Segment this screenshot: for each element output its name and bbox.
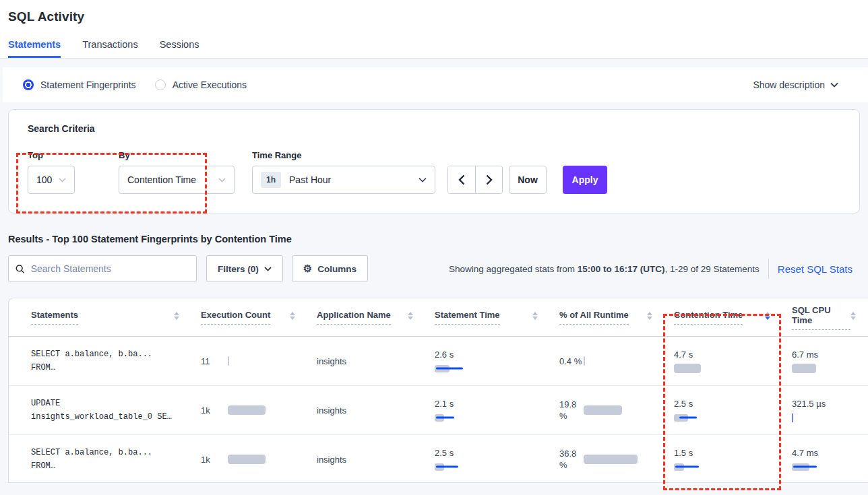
col-header-contention_time[interactable]: Contention Time [664, 310, 782, 325]
col-header-label: Statements [31, 310, 78, 325]
execution-count-cell: 1k [191, 405, 307, 416]
sort-icon[interactable] [850, 312, 856, 320]
sort-icon[interactable] [532, 312, 538, 320]
search-criteria-heading: Search Criteria [28, 123, 840, 134]
bar-chart [435, 462, 550, 472]
col-header-statement_time[interactable]: Statement Time [425, 310, 550, 325]
sql-cpu-time-cell: 321.5 µs [782, 398, 868, 423]
show-description-label: Show description [753, 79, 825, 90]
chevron-down-icon [418, 177, 427, 183]
reset-sql-stats-link[interactable]: Reset SQL Stats [778, 263, 860, 275]
execution-count-cell: 1k [191, 455, 307, 465]
statements-table: StatementsExecution CountApplication Nam… [8, 298, 868, 483]
sort-icon[interactable] [174, 312, 179, 320]
col-header-execution_count[interactable]: Execution Count [191, 310, 307, 325]
col-header-pct_runtime[interactable]: % of All Runtime [550, 310, 664, 325]
now-button[interactable]: Now [509, 166, 547, 194]
application-name-cell: insights [307, 356, 425, 366]
bar-chart [435, 364, 550, 374]
bar-chart [228, 405, 266, 416]
time-range-select[interactable]: 1h Past Hour [252, 166, 435, 194]
tab-transactions[interactable]: Transactions [82, 39, 137, 58]
statement-fingerprint-link[interactable]: UPDATEinsights_workload_table_0 SE… [9, 397, 191, 424]
radio-option-label: Statement Fingerprints [40, 79, 136, 90]
next-time-button[interactable] [475, 166, 502, 193]
results-toolbar: Filters (0) ⚙ Columns Showing aggregated… [8, 255, 860, 282]
filters-button[interactable]: Filters (0) [206, 255, 283, 282]
aggregated-stats-text: Showing aggregated stats from 15:00 to 1… [449, 264, 760, 274]
chevron-down-icon [218, 178, 226, 183]
table-row: SELECT a.balance, b.ba...FROM…11insights… [9, 337, 868, 386]
page-title: SQL Activity [8, 9, 868, 24]
sort-icon[interactable] [408, 312, 413, 320]
top-select[interactable]: 100 [28, 166, 75, 194]
sort-icon[interactable] [765, 312, 770, 320]
bar-chart [792, 413, 868, 423]
results-heading: Results - Top 100 Statement Fingerprints… [8, 234, 868, 244]
top-label: Top [28, 150, 75, 160]
search-statements-box [8, 255, 197, 282]
sort-icon[interactable] [647, 312, 652, 320]
bar-chart [584, 405, 622, 416]
filters-label: Filters (0) [218, 264, 259, 274]
statement-time-cell: 2.6 s [425, 349, 550, 374]
table-row: UPDATEinsights_workload_table_0 SE…1kins… [9, 386, 868, 435]
by-select[interactable]: Contention Time [119, 166, 235, 194]
execution-count-cell: 11 [191, 356, 307, 366]
sort-icon[interactable] [290, 312, 295, 320]
table-row: SELECT a.balance, b.ba...FROM…1kinsights… [9, 435, 868, 483]
search-statements-input[interactable] [31, 263, 189, 274]
tab-bar: StatementsTransactionsSessions [8, 39, 868, 58]
bar-chart [792, 462, 868, 472]
apply-button[interactable]: Apply [563, 166, 607, 194]
radio-option[interactable]: Statement Fingerprints [23, 79, 136, 90]
radio-unselected-icon [155, 79, 166, 90]
application-name-cell: insights [307, 455, 425, 465]
vertical-divider [768, 259, 769, 279]
col-header-label: Contention Time [674, 310, 743, 325]
columns-label: Columns [317, 264, 356, 274]
tab-statements[interactable]: Statements [8, 39, 61, 58]
chevron-down-icon [59, 178, 66, 183]
table-header-row: StatementsExecution CountApplication Nam… [9, 298, 868, 337]
bar-chart [435, 413, 550, 423]
time-range-badge: 1h [261, 172, 281, 188]
contention-time-cell: 2.5 s [664, 398, 782, 423]
app-header: SQL Activity StatementsTransactionsSessi… [0, 0, 868, 59]
application-name-cell: insights [307, 405, 425, 416]
statement-fingerprint-link[interactable]: SELECT a.balance, b.ba...FROM… [9, 446, 191, 473]
contention-time-cell: 4.7 s [664, 349, 782, 374]
col-header-label: SQL CPU Time [792, 305, 850, 330]
bar-chart [674, 413, 782, 423]
col-header-application_name[interactable]: Application Name [307, 310, 425, 325]
table-body: SELECT a.balance, b.ba...FROM…11insights… [9, 337, 868, 483]
tab-sessions[interactable]: Sessions [160, 39, 199, 58]
time-range-label: Time Range [252, 150, 435, 160]
chevron-down-icon [264, 267, 272, 271]
bar-chart [228, 455, 266, 465]
statement-time-cell: 2.1 s [425, 398, 550, 423]
radio-option-label: Active Executions [173, 79, 247, 90]
col-header-sql_cpu_time[interactable]: SQL CPU Time [782, 305, 868, 330]
bar-chart [792, 364, 868, 374]
statement-fingerprint-link[interactable]: SELECT a.balance, b.ba...FROM… [9, 348, 191, 374]
bar-chart [584, 455, 638, 465]
contention-time-cell: 1.5 s [664, 447, 782, 472]
col-header-statement[interactable]: Statements [9, 310, 191, 325]
col-header-label: Execution Count [201, 310, 270, 325]
gear-icon: ⚙ [303, 263, 312, 275]
sql-cpu-time-cell: 6.7 ms [782, 349, 868, 374]
col-header-label: Application Name [317, 310, 391, 325]
search-icon [16, 264, 25, 274]
search-criteria-card: Search Criteria Top 100 By Contention Ti… [8, 109, 860, 213]
bar-chart [674, 364, 782, 374]
columns-button[interactable]: ⚙ Columns [292, 255, 368, 282]
radio-option[interactable]: Active Executions [155, 79, 247, 90]
time-pager [447, 166, 503, 194]
show-description-toggle[interactable]: Show description [753, 79, 848, 90]
bar-chart [228, 356, 229, 366]
pct-runtime-cell: 19.8 % [550, 399, 664, 422]
chevron-left-icon [458, 174, 465, 185]
previous-time-button[interactable] [448, 166, 475, 193]
by-label: By [119, 150, 235, 160]
